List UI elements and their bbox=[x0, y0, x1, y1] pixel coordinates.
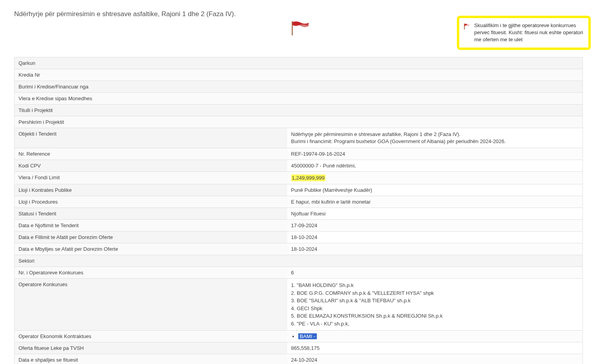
table-row: Titulli i Projektit bbox=[15, 105, 583, 116]
row-kontrates-value: Punë Publike (Marrëveshje Kuadër) bbox=[287, 184, 583, 196]
row-operatore-label: Operatore Konkurues bbox=[15, 279, 287, 331]
row-sektori-label: Sektori bbox=[15, 255, 583, 267]
row-nroperatoreve-label: Nr. i Operatoreve Konkurues bbox=[15, 267, 287, 279]
row-vlera-kredise-label: Vlera e Kredise sipas Monedhes bbox=[15, 93, 583, 105]
table-row: Kodi CPV 45000000-7 - Punë ndërtimi, bbox=[15, 160, 583, 172]
row-pershkrim-label: Pershkrim i Projektit bbox=[15, 116, 583, 128]
table-row: Nr. i Operatoreve Konkurues 6 bbox=[15, 267, 583, 279]
table-row: Qarkun bbox=[15, 57, 583, 69]
table-row: Data e Fillimit te Afatit per Dorezim Of… bbox=[15, 232, 583, 243]
contracted-operator-item: BAMI - bbox=[298, 333, 579, 339]
table-row: Pershkrim i Projektit bbox=[15, 116, 583, 128]
row-procedures-value: E hapur, mbi kufirin e lartë monetar bbox=[287, 196, 583, 208]
row-shpalljes-value: 24-10-2024 bbox=[287, 354, 583, 364]
table-row: Data e Mbylljes se Afatit per Dorezim Of… bbox=[15, 243, 583, 255]
row-objekti-label: Objekti i Tenderit bbox=[15, 128, 287, 148]
row-kontraktues-value: BAMI - bbox=[287, 331, 583, 342]
row-kredia-label: Kredia Nr bbox=[15, 69, 583, 81]
row-statusi-value: Njoftuar Fituesi bbox=[287, 208, 583, 220]
row-titulli-label: Titulli i Projektit bbox=[15, 105, 583, 116]
row-shpalljes-label: Data e shpalljes se fituesit bbox=[15, 354, 287, 364]
row-qarkun-label: Qarkun bbox=[15, 57, 583, 69]
row-fillimit-label: Data e Fillimit te Afatit per Dorezim Of… bbox=[15, 232, 287, 243]
red-flag-icon bbox=[290, 20, 312, 37]
row-mbylljes-label: Data e Mbylljes se Afatit per Dorezim Of… bbox=[15, 243, 287, 255]
row-kontraktues-label: Operator Ekonomik Kontraktues bbox=[15, 331, 287, 342]
row-statusi-label: Statusi i Tenderit bbox=[15, 208, 287, 220]
row-fillimit-value: 18-10-2024 bbox=[287, 232, 583, 243]
row-fondi-label: Vlera / Fondi Limit bbox=[15, 172, 287, 184]
row-mbylljes-value: 18-10-2024 bbox=[287, 243, 583, 255]
row-nroperatoreve-value: 6 bbox=[287, 267, 583, 279]
row-kontrates-label: Lloji i Kontrates Publike bbox=[15, 184, 287, 196]
table-row: Objekti i Tenderit Ndërhyrje për përmire… bbox=[15, 128, 583, 148]
row-oferta-value: 865,558,175 bbox=[287, 342, 583, 354]
row-oferta-label: Oferta fituese Leke pa TVSH bbox=[15, 342, 287, 354]
table-row: Vlera / Fondi Limit 1,249,999,999 bbox=[15, 172, 583, 184]
row-njoftimit-label: Data e Njoftimit te Tenderit bbox=[15, 220, 287, 232]
table-row: Statusi i Tenderit Njoftuar Fituesi bbox=[15, 208, 583, 220]
table-row: Data e shpalljes se fituesit 24-10-2024 bbox=[15, 354, 583, 364]
highlighted-amount: 1,249,999,999 bbox=[291, 175, 325, 181]
table-row: Burimi i Kredise/Financuar nga bbox=[15, 81, 583, 93]
table-row: Operator Ekonomik Kontraktues BAMI - bbox=[15, 331, 583, 342]
table-row: Kredia Nr bbox=[15, 69, 583, 81]
row-cpv-label: Kodi CPV bbox=[15, 160, 287, 172]
selected-operator: BAMI - bbox=[298, 333, 317, 339]
row-reference-label: Nr. Reference bbox=[15, 148, 287, 160]
table-row: Operatore Konkurues 1. "BAMI HOLDING" Sh… bbox=[15, 279, 583, 331]
table-row: Sektori bbox=[15, 255, 583, 267]
table-row: Vlera e Kredise sipas Monedhes bbox=[15, 93, 583, 105]
row-burimi-label: Burimi i Kredise/Financuar nga bbox=[15, 81, 583, 93]
row-fondi-value: 1,249,999,999 bbox=[287, 172, 583, 184]
row-reference-value: REF-19974-09-16-2024 bbox=[287, 148, 583, 160]
table-row: Lloji i Procedures E hapur, mbi kufirin … bbox=[15, 196, 583, 208]
table-row: Nr. Reference REF-19974-09-16-2024 bbox=[15, 148, 583, 160]
warning-callout: Skualifikim i te gjithe operatoreve konk… bbox=[457, 16, 591, 50]
table-row: Data e Njoftimit te Tenderit 17-09-2024 bbox=[15, 220, 583, 232]
row-objekti-value: Ndërhyrje për përmiresimin e shtresave a… bbox=[287, 128, 583, 148]
row-procedures-label: Lloji i Procedures bbox=[15, 196, 287, 208]
row-operatore-value: 1. "BAMI HOLDING" Sh.p.k 2. BOE G.P.G. C… bbox=[287, 279, 583, 331]
table-row: Lloji i Kontrates Publike Punë Publike (… bbox=[15, 184, 583, 196]
red-flag-icon bbox=[463, 23, 470, 31]
warning-text: Skualifikim i te gjithe operatoreve konk… bbox=[474, 22, 584, 44]
row-njoftimit-value: 17-09-2024 bbox=[287, 220, 583, 232]
tender-details-table: Qarkun Kredia Nr Burimi i Kredise/Financ… bbox=[14, 57, 583, 364]
table-row: Oferta fituese Leke pa TVSH 865,558,175 bbox=[15, 342, 583, 354]
row-cpv-value: 45000000-7 - Punë ndërtimi, bbox=[287, 160, 583, 172]
